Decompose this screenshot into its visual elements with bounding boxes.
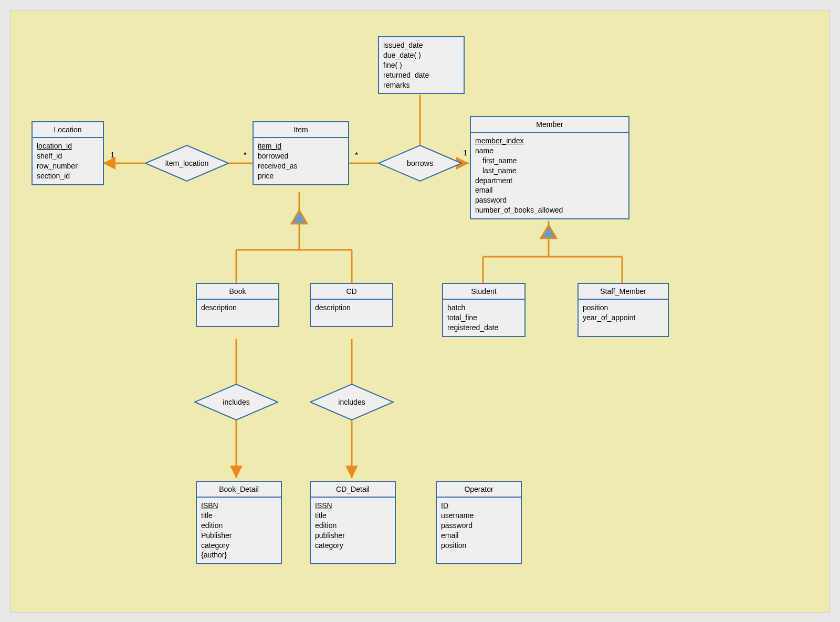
cardinality-item-right: * [355, 150, 358, 159]
entity-title: Item [254, 122, 348, 138]
relation-includes-book: includes [194, 384, 278, 420]
cardinality-location: 1 [110, 150, 114, 159]
entity-book: Book description [196, 283, 279, 327]
cardinality-item-left: * [244, 150, 247, 159]
svg-marker-12 [541, 225, 556, 238]
entity-item: Item item_id borrowed received_as price [253, 121, 349, 185]
entity-cd: CD description [310, 283, 393, 327]
entity-title: Location [33, 122, 103, 138]
connectors [10, 11, 830, 612]
er-diagram-canvas: Location location_id shelf_id row_number… [10, 10, 830, 613]
entity-body: member_index name first_name last_name d… [471, 133, 628, 218]
entity-member: Member member_index name first_name last… [470, 116, 629, 219]
entity-staff-member: Staff_Member position year_of_appoint [578, 283, 669, 337]
entity-student: Student batch total_fine registered_date [442, 283, 526, 337]
relation-includes-cd: includes [310, 384, 394, 420]
entity-body: item_id borrowed received_as price [254, 138, 348, 184]
cardinality-member: 1 [463, 148, 467, 157]
entity-cd-detail: CD_Detail ISSN title edition publisher c… [310, 481, 396, 564]
attrbox-borrows: issued_date due_date( ) fine( ) returned… [378, 36, 465, 94]
entity-location: Location location_id shelf_id row_number… [32, 121, 104, 185]
relation-item-location: item_location [145, 145, 229, 182]
svg-marker-6 [291, 210, 307, 224]
entity-title: Member [471, 117, 628, 133]
entity-book-detail: Book_Detail ISBN title edition Publisher… [196, 481, 282, 564]
entity-operator: Operator ID username password email posi… [436, 481, 522, 564]
entity-body: location_id shelf_id row_number section_… [33, 138, 103, 184]
relation-borrows: borrows [378, 145, 462, 182]
